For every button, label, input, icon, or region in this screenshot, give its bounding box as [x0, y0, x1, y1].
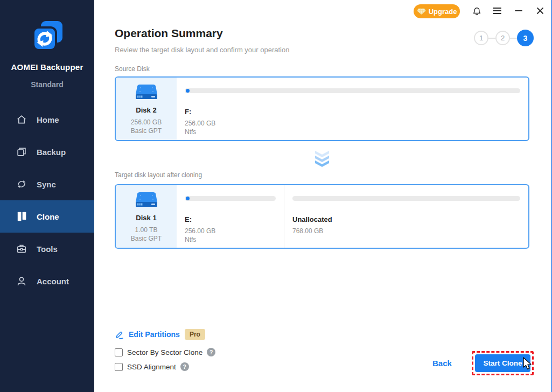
target-disk-info: Disk 1 1.00 TB Basic GPT	[116, 185, 177, 248]
sidebar-item-backup[interactable]: Backup	[0, 136, 94, 168]
edit-partitions-label: Edit Partitions	[129, 330, 180, 339]
source-disk-info: Disk 2 256.00 GB Basic GPT	[116, 78, 177, 140]
partition-f[interactable]: F: 256.00 GB Ntfs	[177, 78, 528, 140]
account-icon	[16, 276, 27, 286]
partition-label: F:	[185, 108, 520, 116]
edit-partitions-link[interactable]: Edit Partitions Pro	[115, 329, 205, 340]
disk-size: 256.00 GB	[116, 118, 177, 127]
step-indicator: 1 2 3	[474, 30, 534, 46]
disk-size: 1.00 TB	[116, 226, 177, 234]
app-logo: AOMEI Backupper Standard	[0, 0, 94, 89]
home-icon	[16, 114, 27, 125]
sync-icon	[16, 179, 27, 190]
sidebar-item-label: Tools	[37, 244, 58, 254]
page-subtitle: Review the target disk layout and confir…	[115, 46, 289, 54]
partition-size: 256.00 GB	[185, 119, 520, 128]
checkbox-label: Sector By Sector Clone	[127, 348, 202, 356]
partition-unallocated[interactable]: Unallocated 768.00 GB	[284, 185, 528, 248]
step-1: 1	[474, 31, 488, 45]
help-question-icon[interactable]: ?	[207, 348, 215, 356]
sidebar-item-account[interactable]: Account	[0, 265, 94, 297]
sidebar: AOMEI Backupper Standard Home Backup	[0, 0, 94, 392]
used-space-indicator	[186, 89, 190, 93]
upgrade-label: Upgrade	[429, 8, 457, 16]
step-2: 2	[495, 31, 510, 45]
app-name: AOMEI Backupper	[0, 62, 94, 72]
disk-type: Basic GPT	[116, 234, 177, 243]
sync-squares-icon	[31, 19, 64, 53]
target-partitions: E: 256.00 GB Ntfs Unallocated 768.00 GB	[177, 185, 528, 248]
checkbox-label: SSD Alignment	[127, 363, 176, 371]
used-space-indicator	[186, 197, 190, 200]
upgrade-button[interactable]: Upgrade	[414, 4, 460, 18]
partition-usage-bar	[185, 88, 520, 93]
sidebar-item-clone[interactable]: Clone	[0, 200, 94, 233]
sidebar-item-label: Account	[37, 277, 69, 286]
gem-icon	[417, 8, 426, 15]
ssd-alignment-checkbox[interactable]	[115, 363, 123, 371]
source-partitions: F: 256.00 GB Ntfs	[177, 78, 528, 140]
clone-icon	[16, 211, 27, 222]
back-button[interactable]: Back	[432, 359, 452, 368]
source-disk-panel[interactable]: Disk 2 256.00 GB Basic GPT F: 256.00 GB …	[115, 76, 529, 141]
main-content: Upgrade Operation Summary Review the tar…	[94, 0, 551, 392]
sector-by-sector-checkbox-row[interactable]: Sector By Sector Clone ?	[115, 348, 215, 356]
sidebar-item-sync[interactable]: Sync	[0, 168, 94, 200]
partition-label: E:	[185, 215, 276, 223]
partition-size: 768.00 GB	[292, 227, 520, 235]
menu-hamburger-icon[interactable]	[491, 5, 503, 17]
target-disk-panel[interactable]: Disk 1 1.00 TB Basic GPT E: 256.00 GB Nt…	[115, 184, 529, 249]
partition-size: 256.00 GB	[185, 227, 276, 235]
sidebar-item-label: Clone	[37, 212, 59, 221]
tools-icon	[16, 243, 27, 254]
partition-usage-bar	[185, 196, 276, 201]
partition-usage-bar	[292, 196, 520, 201]
disk-name: Disk 1	[116, 214, 177, 222]
step-connector	[488, 38, 495, 39]
sidebar-item-label: Backup	[37, 148, 66, 157]
partition-fs: Ntfs	[185, 128, 520, 136]
partition-e[interactable]: E: 256.00 GB Ntfs	[177, 185, 284, 248]
close-button[interactable]	[534, 5, 546, 17]
disk-type: Basic GPT	[116, 127, 177, 135]
backup-icon	[16, 146, 27, 157]
sidebar-item-label: Sync	[37, 180, 56, 189]
minimize-button[interactable]	[513, 5, 525, 17]
sidebar-nav: Home Backup Sync Clone	[0, 103, 94, 297]
disk-name: Disk 2	[116, 106, 177, 114]
ssd-alignment-checkbox-row[interactable]: SSD Alignment ?	[115, 362, 189, 371]
hdd-icon	[135, 83, 158, 101]
source-disk-section-label: Source Disk	[115, 65, 150, 73]
notifications-bell-icon[interactable]	[471, 5, 483, 17]
hdd-icon	[135, 191, 158, 208]
start-clone-button[interactable]: Start Clone	[475, 354, 530, 372]
page-title: Operation Summary	[115, 27, 223, 40]
app-window: AOMEI Backupper Standard Home Backup	[0, 0, 552, 392]
pencil-icon	[115, 330, 124, 339]
app-edition: Standard	[0, 80, 94, 89]
step-connector	[510, 38, 517, 39]
sidebar-item-tools[interactable]: Tools	[0, 233, 94, 265]
triple-chevron-down-icon	[314, 151, 330, 169]
step-3-active: 3	[517, 30, 534, 46]
red-dashed-annotation: Start Clone	[472, 351, 534, 375]
sidebar-item-label: Home	[37, 115, 59, 124]
target-disk-section-label: Target disk layout after cloning	[115, 171, 202, 179]
sector-by-sector-checkbox[interactable]	[115, 348, 123, 356]
help-question-icon[interactable]: ?	[180, 362, 189, 371]
sidebar-item-home[interactable]: Home	[0, 103, 94, 136]
pro-badge: Pro	[185, 329, 205, 340]
partition-label: Unallocated	[292, 215, 520, 223]
partition-fs: Ntfs	[185, 235, 276, 244]
